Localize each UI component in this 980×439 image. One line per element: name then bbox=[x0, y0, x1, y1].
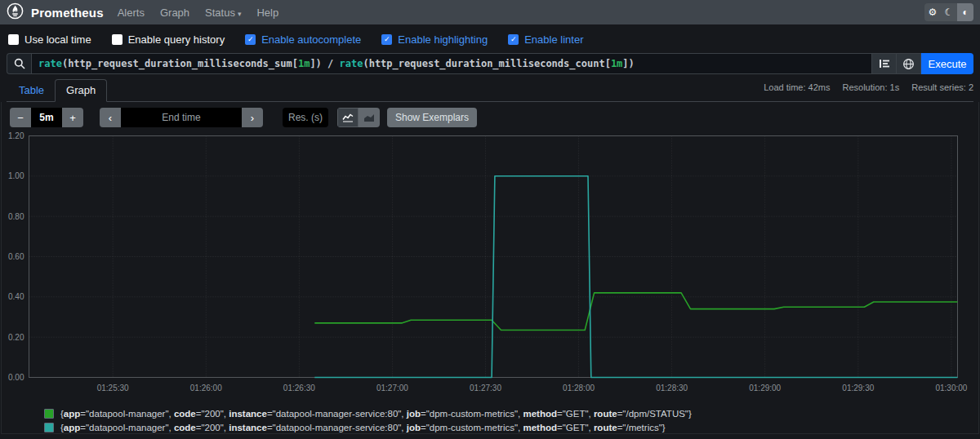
nav-item-status[interactable]: Status▾ bbox=[205, 7, 241, 19]
option-enable-query-history[interactable]: Enable query history bbox=[112, 33, 225, 46]
nav-item-help[interactable]: Help bbox=[256, 7, 278, 19]
tab-graph[interactable]: Graph bbox=[55, 79, 107, 102]
chart-type-toggle bbox=[337, 108, 380, 127]
auto-theme-button[interactable]: ◐ bbox=[957, 3, 973, 21]
option-enable-linter[interactable]: ✓Enable linter bbox=[508, 33, 583, 46]
execute-button[interactable]: Execute bbox=[921, 53, 973, 74]
chevron-right-icon: › bbox=[251, 112, 254, 124]
y-axis-tick-label: 0.80 bbox=[8, 212, 24, 221]
stacked-chart-button[interactable] bbox=[359, 108, 380, 127]
format-icon bbox=[879, 58, 890, 69]
line-chart-button[interactable] bbox=[337, 108, 359, 127]
x-axis-tick-label: 01:28:30 bbox=[656, 384, 688, 392]
legend-item-1[interactable]: {app="datapool-manager", code="200", ins… bbox=[44, 420, 972, 434]
metrics-explorer-icon bbox=[902, 58, 915, 70]
x-axis-tick-label: 01:30:00 bbox=[935, 384, 967, 392]
checkbox-unchecked-icon[interactable] bbox=[8, 34, 19, 45]
x-axis-tick-label: 01:28:00 bbox=[563, 384, 595, 392]
search-addon bbox=[7, 53, 31, 74]
brand-title: Prometheus bbox=[31, 6, 104, 20]
show-exemplars-button[interactable]: Show Exemplars bbox=[387, 108, 477, 127]
legend-series-label: {app="datapool-manager", code="200", ins… bbox=[60, 409, 692, 419]
line-chart-icon bbox=[342, 113, 354, 122]
y-axis-tick-label: 1.20 bbox=[8, 131, 24, 140]
series-line-1 bbox=[314, 176, 957, 378]
query-options-row: Use local timeEnable query history✓Enabl… bbox=[8, 33, 973, 46]
dark-theme-button[interactable]: ☾ bbox=[941, 3, 957, 21]
option-use-local-time[interactable]: Use local time bbox=[8, 33, 91, 46]
end-time-picker: ‹ › bbox=[100, 108, 263, 127]
navbar: Prometheus AlertsGraphStatus▾Help ⚙ ☾ ◐ bbox=[0, 0, 980, 24]
graph-panel: − + ‹ › bbox=[1, 102, 979, 434]
query-bar: rate(http_request_duration_milliseconds_… bbox=[7, 53, 973, 74]
settings-button[interactable]: ⚙ bbox=[924, 3, 941, 21]
query-expression: rate(http_request_duration_milliseconds_… bbox=[38, 58, 635, 69]
checkbox-checked-icon[interactable]: ✓ bbox=[508, 34, 519, 45]
panel-header: Load time: 42ms Resolution: 1s Result se… bbox=[0, 79, 980, 102]
legend-swatch bbox=[44, 409, 54, 419]
y-axis-tick-label: 1.00 bbox=[8, 171, 24, 180]
resolution-input[interactable] bbox=[283, 108, 328, 127]
nav-item-graph[interactable]: Graph bbox=[160, 7, 189, 19]
stacked-chart-icon bbox=[363, 113, 375, 122]
legend-item-0[interactable]: {app="datapool-manager", code="200", ins… bbox=[44, 406, 972, 420]
checkbox-checked-icon[interactable]: ✓ bbox=[245, 34, 256, 45]
x-axis-tick-label: 01:25:30 bbox=[97, 384, 129, 392]
x-axis-tick-label: 01:26:00 bbox=[190, 384, 222, 392]
theme-toggle-group: ⚙ ☾ ◐ bbox=[924, 3, 973, 21]
metrics-explorer-button[interactable] bbox=[897, 53, 921, 74]
option-label: Use local time bbox=[24, 33, 91, 46]
x-axis-tick-label: 01:29:30 bbox=[842, 384, 874, 392]
range-stepper: − + bbox=[10, 108, 83, 127]
chart[interactable]: 0.000.200.400.600.801.001.2001:25:3001:2… bbox=[8, 131, 972, 400]
nav-links: AlertsGraphStatus▾Help bbox=[118, 7, 279, 19]
nav-item-alerts[interactable]: Alerts bbox=[118, 7, 145, 19]
x-axis-tick-label: 01:29:00 bbox=[749, 384, 781, 392]
search-icon bbox=[14, 58, 25, 69]
option-label: Enable autocomplete bbox=[261, 33, 361, 46]
prometheus-logo-icon bbox=[7, 2, 24, 23]
range-increase-button[interactable]: + bbox=[62, 108, 83, 127]
x-axis-tick-label: 01:27:30 bbox=[470, 384, 501, 392]
y-axis-tick-label: 0.20 bbox=[8, 333, 24, 342]
option-enable-highlighting[interactable]: ✓Enable highlighting bbox=[381, 33, 488, 46]
option-label: Enable query history bbox=[128, 33, 225, 46]
option-label: Enable highlighting bbox=[398, 33, 488, 46]
resolution: Resolution: 1s bbox=[842, 82, 899, 92]
x-axis-tick-label: 01:27:00 bbox=[376, 384, 408, 392]
caret-down-icon: ▾ bbox=[238, 10, 242, 18]
time-series-graph[interactable]: 0.000.200.400.600.801.001.2001:25:3001:2… bbox=[8, 131, 969, 397]
query-expression-input[interactable]: rate(http_request_duration_milliseconds_… bbox=[31, 53, 872, 74]
checkbox-checked-icon[interactable]: ✓ bbox=[381, 34, 392, 45]
load-time: Load time: 42ms bbox=[764, 82, 830, 92]
query-stats: Load time: 42ms Resolution: 1s Result se… bbox=[764, 82, 973, 92]
format-expression-button[interactable] bbox=[872, 53, 897, 74]
moon-icon: ☾ bbox=[945, 7, 954, 18]
brand-link[interactable]: Prometheus bbox=[7, 2, 104, 23]
time-forward-button[interactable]: › bbox=[242, 108, 263, 127]
result-series: Result series: 2 bbox=[911, 82, 973, 92]
time-back-button[interactable]: ‹ bbox=[100, 108, 121, 127]
option-enable-autocomplete[interactable]: ✓Enable autocomplete bbox=[245, 33, 361, 46]
legend-swatch bbox=[44, 423, 54, 432]
legend: {app="datapool-manager", code="200", ins… bbox=[44, 406, 972, 434]
range-decrease-button[interactable]: − bbox=[10, 108, 31, 127]
checkbox-unchecked-icon[interactable] bbox=[112, 34, 122, 45]
chevron-left-icon: ‹ bbox=[109, 112, 112, 124]
half-circle-icon: ◐ bbox=[962, 7, 968, 18]
prometheus-app: Prometheus AlertsGraphStatus▾Help ⚙ ☾ ◐ … bbox=[0, 0, 980, 434]
y-axis-tick-label: 0.00 bbox=[8, 373, 24, 382]
tab-table[interactable]: Table bbox=[8, 80, 55, 101]
legend-series-label: {app="datapool-manager", code="200", ins… bbox=[60, 423, 666, 432]
y-axis-tick-label: 0.60 bbox=[8, 252, 24, 261]
series-line-0 bbox=[314, 293, 957, 330]
gear-icon: ⚙ bbox=[929, 7, 938, 18]
x-axis-tick-label: 01:26:30 bbox=[283, 384, 315, 392]
y-axis-tick-label: 0.40 bbox=[8, 292, 24, 301]
option-label: Enable linter bbox=[524, 33, 583, 46]
end-time-input[interactable] bbox=[121, 108, 242, 127]
range-input[interactable] bbox=[31, 108, 62, 127]
graph-controls: − + ‹ › bbox=[10, 108, 972, 127]
